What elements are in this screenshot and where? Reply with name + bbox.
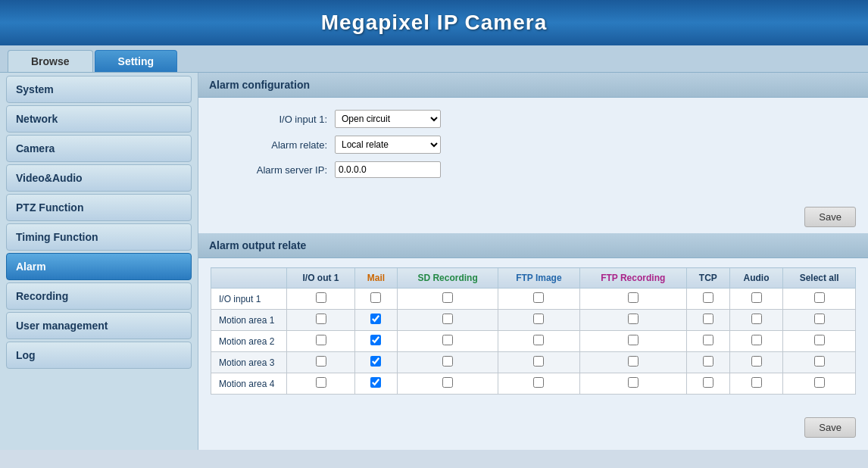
alarm-output-save-button[interactable]: Save [804, 417, 856, 438]
checkbox-0-3[interactable] [533, 292, 544, 303]
checkbox-0-4[interactable] [628, 292, 639, 303]
cell-0-2 [397, 289, 498, 310]
app-title: Megapixel IP Camera [0, 11, 868, 35]
checkbox-1-1[interactable] [370, 314, 381, 324]
row-label-1: Motion area 1 [211, 310, 287, 331]
alarm-config-save-button[interactable]: Save [804, 207, 856, 227]
sidebar-item-log[interactable]: Log [6, 342, 192, 369]
alarm-relate-label: Alarm relate: [229, 139, 327, 151]
checkbox-0-7[interactable] [814, 292, 825, 303]
checkbox-0-2[interactable] [442, 292, 453, 303]
col-header-row [211, 268, 287, 289]
sidebar-item-alarm[interactable]: Alarm [6, 253, 192, 280]
tab-setting[interactable]: Setting [95, 50, 177, 72]
checkbox-1-2[interactable] [442, 314, 453, 324]
sidebar-item-timing-function[interactable]: Timing Function [6, 223, 192, 251]
checkbox-3-4[interactable] [628, 356, 639, 367]
cell-3-7 [783, 352, 856, 373]
io-input-select[interactable]: Open circuit Short circuit [335, 110, 441, 128]
cell-3-0 [287, 352, 355, 373]
checkbox-2-1[interactable] [370, 335, 381, 345]
checkbox-4-5[interactable] [703, 377, 713, 388]
main-layout: System Network Camera Video&Audio PTZ Fu… [0, 73, 868, 450]
nav-tabs: Browse Setting [0, 45, 868, 73]
alarm-server-label: Alarm server IP: [229, 164, 327, 176]
cell-4-4 [579, 373, 686, 395]
checkbox-1-4[interactable] [628, 314, 639, 324]
checkbox-4-3[interactable] [533, 377, 544, 388]
cell-1-6 [729, 310, 783, 331]
checkbox-4-7[interactable] [814, 377, 825, 388]
checkbox-4-2[interactable] [442, 377, 453, 388]
checkbox-1-5[interactable] [703, 314, 713, 324]
row-label-0: I/O input 1 [211, 289, 287, 310]
checkbox-2-0[interactable] [316, 335, 326, 345]
cell-4-2 [397, 373, 498, 395]
sidebar-item-user-management[interactable]: User management [6, 312, 192, 339]
checkbox-1-3[interactable] [533, 314, 544, 324]
checkbox-2-4[interactable] [628, 335, 639, 345]
checkbox-2-2[interactable] [442, 335, 453, 345]
checkbox-4-0[interactable] [316, 377, 326, 388]
checkbox-0-6[interactable] [751, 292, 762, 303]
checkbox-0-0[interactable] [316, 292, 326, 303]
checkbox-1-6[interactable] [751, 314, 762, 324]
cell-4-7 [783, 373, 856, 395]
col-header-select-all: Select all [783, 268, 856, 289]
cell-3-6 [729, 352, 783, 373]
cell-1-7 [783, 310, 856, 331]
cell-2-3 [498, 331, 579, 352]
checkbox-0-5[interactable] [703, 292, 713, 303]
cell-4-1 [355, 373, 398, 395]
cell-4-0 [287, 373, 355, 395]
checkbox-2-5[interactable] [703, 335, 713, 345]
col-header-ftp-image: FTP Image [498, 268, 579, 289]
tab-browse[interactable]: Browse [8, 50, 93, 72]
checkbox-3-7[interactable] [814, 356, 825, 367]
checkbox-3-5[interactable] [703, 356, 713, 367]
sidebar-item-ptz-function[interactable]: PTZ Function [6, 194, 192, 221]
alarm-output-save-row: Save [198, 411, 868, 444]
alarm-relate-select[interactable]: Local relate Remote relate [335, 136, 441, 154]
cell-2-2 [397, 331, 498, 352]
checkbox-1-7[interactable] [814, 314, 825, 324]
sidebar: System Network Camera Video&Audio PTZ Fu… [0, 73, 198, 450]
checkbox-0-1[interactable] [370, 292, 381, 303]
sidebar-item-system[interactable]: System [6, 76, 192, 103]
cell-1-3 [498, 310, 579, 331]
cell-0-7 [783, 289, 856, 310]
content-area: Alarm configuration I/O input 1: Open ci… [198, 73, 868, 450]
sidebar-item-camera[interactable]: Camera [6, 135, 192, 162]
checkbox-3-3[interactable] [533, 356, 544, 367]
sidebar-item-video-audio[interactable]: Video&Audio [6, 164, 192, 192]
table-row: I/O input 1 [211, 289, 856, 310]
checkbox-3-0[interactable] [316, 356, 326, 367]
alarm-server-input[interactable] [335, 161, 441, 178]
cell-3-2 [397, 352, 498, 373]
sidebar-item-recording[interactable]: Recording [6, 282, 192, 310]
cell-4-6 [729, 373, 783, 395]
cell-0-5 [686, 289, 729, 310]
cell-0-4 [579, 289, 686, 310]
cell-1-4 [579, 310, 686, 331]
col-header-sd: SD Recording [397, 268, 498, 289]
checkbox-4-1[interactable] [370, 377, 381, 388]
checkbox-4-4[interactable] [628, 377, 639, 388]
sidebar-item-network[interactable]: Network [6, 105, 192, 133]
checkbox-4-6[interactable] [751, 377, 762, 388]
checkbox-2-6[interactable] [751, 335, 762, 345]
row-label-4: Motion area 4 [211, 373, 287, 395]
checkbox-3-1[interactable] [370, 356, 381, 367]
checkbox-1-0[interactable] [316, 314, 326, 324]
cell-3-3 [498, 352, 579, 373]
alarm-output-table: I/O out 1 Mail SD Recording FTP Image FT… [211, 267, 856, 395]
cell-1-1 [355, 310, 398, 331]
checkbox-3-2[interactable] [442, 356, 453, 367]
checkbox-3-6[interactable] [751, 356, 762, 367]
io-input-row: I/O input 1: Open circuit Short circuit [229, 110, 853, 128]
table-row: Motion area 3 [211, 352, 856, 373]
cell-3-5 [686, 352, 729, 373]
checkbox-2-7[interactable] [814, 335, 825, 345]
alarm-output-tbody: I/O input 1Motion area 1Motion area 2Mot… [211, 289, 856, 395]
checkbox-2-3[interactable] [533, 335, 544, 345]
